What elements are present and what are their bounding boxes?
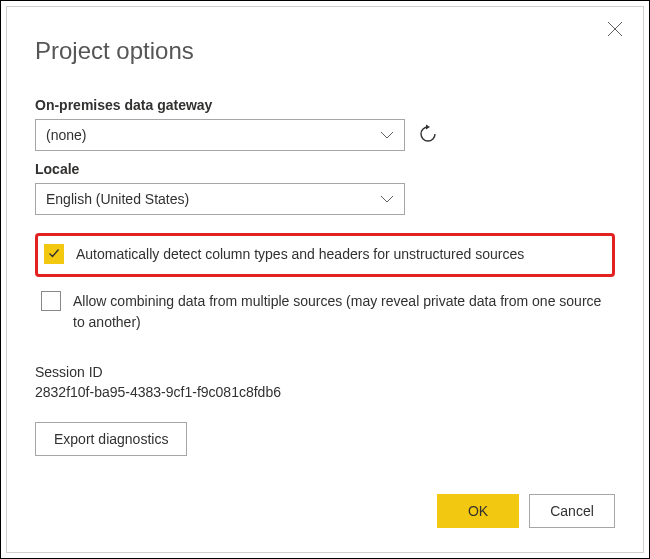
combine-label: Allow combining data from multiple sourc… — [73, 291, 609, 334]
chevron-down-icon — [380, 131, 394, 139]
combine-checkbox[interactable] — [41, 291, 61, 311]
highlight-annotation: Automatically detect column types and he… — [35, 233, 615, 277]
refresh-icon — [418, 124, 438, 147]
autodetect-checkbox[interactable] — [44, 244, 64, 264]
ok-button[interactable]: OK — [437, 494, 519, 528]
dialog-title: Project options — [35, 37, 615, 65]
close-icon — [607, 21, 625, 37]
gateway-select[interactable]: (none) — [35, 119, 405, 151]
export-diagnostics-button[interactable]: Export diagnostics — [35, 422, 187, 456]
svg-marker-2 — [426, 124, 430, 129]
close-button[interactable] — [607, 21, 625, 39]
refresh-button[interactable] — [417, 124, 439, 146]
autodetect-label: Automatically detect column types and he… — [76, 244, 524, 266]
session-label: Session ID — [35, 364, 615, 380]
project-options-dialog: Project options On-premises data gateway… — [6, 6, 644, 553]
cancel-button[interactable]: Cancel — [529, 494, 615, 528]
locale-select[interactable]: English (United States) — [35, 183, 405, 215]
gateway-label: On-premises data gateway — [35, 97, 615, 113]
locale-label: Locale — [35, 161, 615, 177]
dialog-footer: OK Cancel — [437, 494, 615, 528]
session-id: 2832f10f-ba95-4383-9cf1-f9c081c8fdb6 — [35, 384, 615, 400]
chevron-down-icon — [380, 195, 394, 203]
check-icon — [47, 246, 61, 263]
gateway-value: (none) — [46, 127, 86, 143]
window-frame: Project options On-premises data gateway… — [0, 0, 650, 559]
locale-value: English (United States) — [46, 191, 189, 207]
